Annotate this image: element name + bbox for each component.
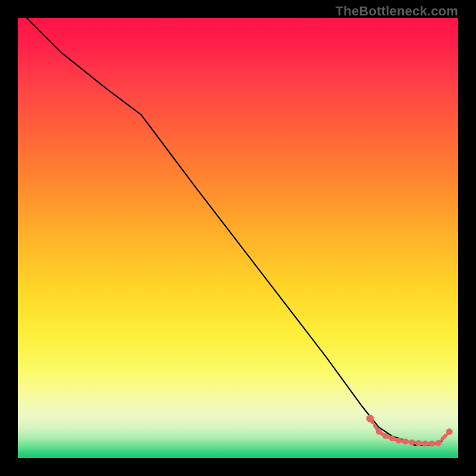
chart-frame: TheBottleneck.com (0, 0, 476, 476)
marker-dot (436, 440, 441, 446)
marker-dot (422, 441, 428, 447)
marker-dot (429, 441, 435, 447)
marker-dot (389, 436, 395, 441)
marker-dot (402, 439, 408, 444)
plot-area (18, 18, 458, 458)
main-curve (27, 18, 449, 445)
marker-dot (367, 415, 374, 422)
marker-dot (383, 433, 389, 439)
marker-layer (367, 415, 453, 447)
marker-dot (415, 440, 421, 446)
chart-svg (18, 18, 458, 458)
watermark-text: TheBottleneck.com (336, 4, 458, 19)
marker-path (370, 418, 449, 443)
marker-dot (446, 428, 453, 435)
curve-layer (27, 18, 449, 445)
marker-dot (396, 437, 402, 443)
marker-dot (376, 429, 382, 435)
marker-dot (409, 439, 415, 445)
